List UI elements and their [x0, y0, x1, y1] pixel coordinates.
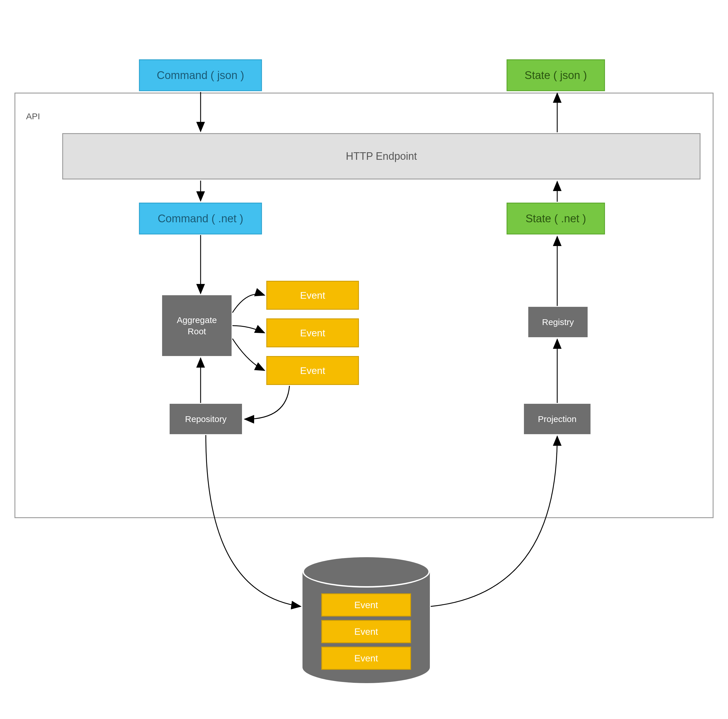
- api-label: API: [26, 112, 40, 121]
- projection-label: Projection: [538, 414, 576, 424]
- db-event-1: Event: [321, 594, 411, 617]
- database-cylinder: Event Event Event: [303, 556, 430, 683]
- command-net-box: Command ( .net ): [139, 203, 262, 234]
- db-event-2: Event: [321, 620, 411, 643]
- repository-label: Repository: [185, 414, 226, 424]
- state-net-label: State ( .net ): [525, 213, 586, 225]
- db-event-3: Event: [321, 647, 411, 670]
- state-json-box: State ( json ): [506, 59, 605, 91]
- command-net-label: Command ( .net ): [158, 213, 243, 225]
- projection-box: Projection: [524, 404, 590, 434]
- registry-box: Registry: [528, 307, 587, 337]
- event-box-2: Event: [266, 318, 359, 347]
- event-box-3: Event: [266, 356, 359, 385]
- aggregate-root-label: Aggregate Root: [177, 314, 217, 337]
- registry-label: Registry: [542, 317, 574, 327]
- http-endpoint-label: HTTP Endpoint: [346, 150, 417, 162]
- aggregate-root-box: Aggregate Root: [162, 295, 232, 356]
- event-label-2: Event: [300, 327, 325, 339]
- command-json-label: Command ( json ): [157, 69, 244, 82]
- diagram-canvas: API HTTP Endpoint Command ( json ) State…: [0, 0, 728, 719]
- event-label-1: Event: [300, 290, 325, 301]
- http-endpoint-box: HTTP Endpoint: [62, 133, 700, 179]
- event-box-1: Event: [266, 281, 359, 310]
- event-label-3: Event: [300, 365, 325, 376]
- command-json-box: Command ( json ): [139, 59, 262, 91]
- state-net-box: State ( .net ): [506, 203, 605, 234]
- state-json-label: State ( json ): [525, 69, 587, 82]
- repository-box: Repository: [170, 404, 242, 434]
